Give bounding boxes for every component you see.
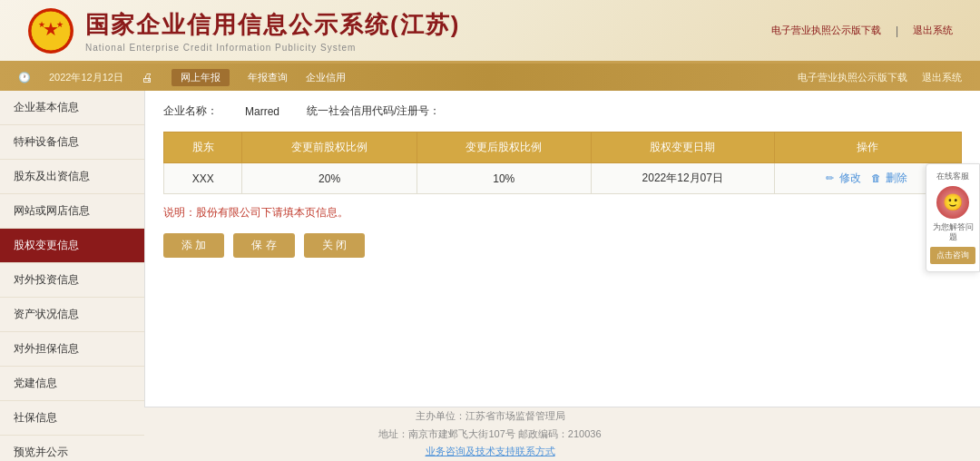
nav-logout[interactable]: 退出系统 xyxy=(922,71,962,84)
sidebar-item-investment[interactable]: 对外投资信息 xyxy=(0,263,144,298)
edit-link[interactable]: 修改 xyxy=(839,172,861,184)
sidebar-item-preview[interactable]: 预览并公示 xyxy=(0,436,144,461)
sidebar-item-assets[interactable]: 资产状况信息 xyxy=(0,298,144,332)
sidebar-item-guarantee[interactable]: 对外担保信息 xyxy=(0,332,144,367)
company-name-label: 企业名称： xyxy=(163,103,218,119)
nav-date: 2022年12月12日 xyxy=(49,71,123,84)
header-title: 国家企业信用信息公示系统(江苏) National Enterprise Cre… xyxy=(85,9,460,53)
col-shareholder: 股东 xyxy=(164,132,242,163)
footer-link[interactable]: 业务咨询及技术支持联系方式 xyxy=(426,443,555,461)
col-before: 变更前股权比例 xyxy=(242,132,416,163)
sidebar-item-special-equip[interactable]: 特种设备信息 xyxy=(0,125,144,160)
float-widget-sublabel: 为您解答问题 xyxy=(930,222,975,243)
header-separator: | xyxy=(896,25,898,37)
float-widget-title: 在线客服 xyxy=(936,172,969,182)
nav-download[interactable]: 电子营业执照公示版下载 xyxy=(798,71,907,84)
svg-text:★: ★ xyxy=(38,20,45,29)
company-name-value: Marred xyxy=(245,105,279,118)
save-button[interactable]: 保 存 xyxy=(233,233,294,258)
top-nav: 🕐 2022年12月12日 🖨 网上年报 年报查询 企业信用 电子营业执照公示版… xyxy=(0,64,980,91)
float-widget-button[interactable]: 点击咨询 xyxy=(930,247,975,264)
footer-host: 主办单位：江苏省市场监督管理局 xyxy=(416,407,565,426)
sidebar-item-basic[interactable]: 企业基本信息 xyxy=(0,91,144,125)
float-widget: 在线客服 🙂 为您解答问题 点击咨询 xyxy=(926,163,980,272)
sidebar-item-shareholders[interactable]: 股东及出资信息 xyxy=(0,160,144,194)
nav-date-icon: 🕐 xyxy=(18,72,31,83)
company-info-row: 企业名称： Marred 统一社会信用代码/注册号： xyxy=(163,103,962,119)
nav-item-query[interactable]: 年报查询 xyxy=(248,71,288,84)
header-actions: 电子营业执照公示版下载 | 退出系统 xyxy=(771,24,953,37)
site-title: 国家企业信用信息公示系统(江苏) xyxy=(85,9,460,41)
footer-address: 地址：南京市建邺飞大街107号 邮政编码：210036 xyxy=(378,426,601,444)
sidebar-item-social[interactable]: 社保信息 xyxy=(0,401,144,436)
site-subtitle: National Enterprise Credit Information P… xyxy=(85,43,460,53)
top-nav-right: 电子营业执照公示版下载 退出系统 xyxy=(798,71,962,84)
float-widget-icon: 🙂 xyxy=(936,186,969,219)
sidebar-item-party[interactable]: 党建信息 xyxy=(0,367,144,401)
notice-text: 说明：股份有限公司下请填本页信息。 xyxy=(163,205,962,221)
main-layout: 企业基本信息 特种设备信息 股东及出资信息 网站或网店信息 股权变更信息 对外投… xyxy=(0,91,980,407)
logout-link[interactable]: 退出系统 xyxy=(913,24,953,37)
nav-icon-print: 🖨 xyxy=(142,71,153,84)
col-action: 操作 xyxy=(774,132,961,163)
nav-item-annual[interactable]: 网上年报 xyxy=(172,69,230,86)
col-after: 变更后股权比例 xyxy=(416,132,591,163)
close-button[interactable]: 关 闭 xyxy=(304,233,365,258)
cell-before: 20% xyxy=(242,163,416,194)
sidebar: 企业基本信息 特种设备信息 股东及出资信息 网站或网店信息 股权变更信息 对外投… xyxy=(0,91,145,407)
sidebar-item-website[interactable]: 网站或网店信息 xyxy=(0,194,144,229)
add-button[interactable]: 添 加 xyxy=(163,233,224,258)
sidebar-item-equity[interactable]: 股权变更信息 xyxy=(0,229,144,263)
delete-link[interactable]: 删除 xyxy=(886,172,907,184)
equity-table: 股东 变更前股权比例 变更后股权比例 股权变更日期 操作 XXX 20% 10%… xyxy=(163,132,962,194)
cell-shareholder: XXX xyxy=(164,163,242,194)
national-emblem: ★ ★ ★ xyxy=(27,7,74,54)
credit-code-label: 统一社会信用代码/注册号： xyxy=(307,103,440,119)
footer: 主办单位：江苏省市场监督管理局 地址：南京市建邺飞大街107号 邮政编码：210… xyxy=(0,407,980,461)
table-row: XXX 20% 10% 2022年12月07日 ✏ 修改 🗑 删除 xyxy=(164,163,962,194)
nav-item-credit[interactable]: 企业信用 xyxy=(306,71,346,84)
cell-date: 2022年12月07日 xyxy=(591,163,774,194)
cell-after: 10% xyxy=(416,163,591,194)
header: ★ ★ ★ 国家企业信用信息公示系统(江苏) National Enterpri… xyxy=(0,0,980,64)
content-area: 企业名称： Marred 统一社会信用代码/注册号： 股东 变更前股权比例 变更… xyxy=(145,91,980,407)
col-date: 股权变更日期 xyxy=(591,132,774,163)
svg-text:★: ★ xyxy=(56,20,64,29)
download-link[interactable]: 电子营业执照公示版下载 xyxy=(771,24,881,37)
action-buttons: 添 加 保 存 关 闭 xyxy=(163,233,962,258)
